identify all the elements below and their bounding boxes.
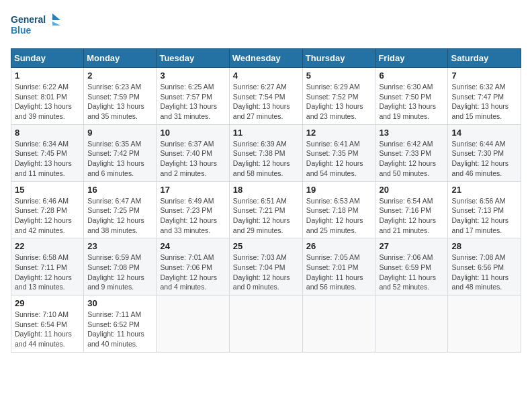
calendar-cell: 15Sunrise: 6:46 AMSunset: 7:28 PMDayligh…: [11, 181, 84, 238]
day-detail: Sunrise: 6:59 AMSunset: 7:08 PMDaylight:…: [87, 253, 152, 292]
day-number: 19: [306, 185, 372, 195]
day-detail: Sunrise: 7:03 AMSunset: 7:04 PMDaylight:…: [233, 253, 299, 292]
calendar-cell: 22Sunrise: 6:58 AMSunset: 7:11 PMDayligh…: [11, 238, 84, 295]
calendar-cell: 6Sunrise: 6:30 AMSunset: 7:50 PMDaylight…: [375, 68, 448, 125]
calendar-cell: 9Sunrise: 6:35 AMSunset: 7:42 PMDaylight…: [84, 124, 157, 181]
weekday-header-tuesday: Tuesday: [157, 49, 229, 68]
calendar-cell: [302, 295, 375, 353]
day-number: 12: [306, 128, 372, 138]
day-detail: Sunrise: 6:54 AMSunset: 7:16 PMDaylight:…: [379, 196, 444, 236]
day-detail: Sunrise: 6:37 AMSunset: 7:40 PMDaylight:…: [160, 139, 225, 179]
day-detail: Sunrise: 6:46 AMSunset: 7:28 PMDaylight:…: [15, 196, 80, 236]
calendar-cell: 21Sunrise: 6:56 AMSunset: 7:13 PMDayligh…: [448, 181, 521, 238]
day-number: 24: [160, 241, 225, 251]
day-number: 30: [87, 298, 152, 308]
calendar-cell: [157, 295, 229, 353]
page-header: General Blue: [11, 11, 521, 40]
day-number: 7: [451, 71, 517, 81]
day-number: 29: [15, 298, 80, 308]
day-detail: Sunrise: 7:01 AMSunset: 7:06 PMDaylight:…: [160, 253, 225, 292]
day-number: 25: [233, 241, 299, 251]
calendar-cell: 4Sunrise: 6:27 AMSunset: 7:54 PMDaylight…: [229, 68, 302, 125]
day-detail: Sunrise: 7:05 AMSunset: 7:01 PMDaylight:…: [306, 253, 372, 292]
day-detail: Sunrise: 7:10 AMSunset: 6:54 PMDaylight:…: [15, 310, 80, 349]
day-number: 22: [15, 241, 80, 251]
calendar-table: SundayMondayTuesdayWednesdayThursdayFrid…: [11, 48, 521, 353]
svg-marker-2: [52, 13, 60, 20]
svg-text:Blue: Blue: [11, 25, 32, 36]
day-number: 11: [233, 128, 299, 138]
calendar-cell: 17Sunrise: 6:49 AMSunset: 7:23 PMDayligh…: [157, 181, 229, 238]
calendar-cell: 14Sunrise: 6:44 AMSunset: 7:30 PMDayligh…: [448, 124, 521, 181]
calendar-cell: 10Sunrise: 6:37 AMSunset: 7:40 PMDayligh…: [157, 124, 229, 181]
day-number: 15: [15, 185, 80, 195]
day-detail: Sunrise: 6:35 AMSunset: 7:42 PMDaylight:…: [87, 139, 152, 179]
day-detail: Sunrise: 6:39 AMSunset: 7:38 PMDaylight:…: [233, 139, 299, 179]
calendar-cell: 19Sunrise: 6:53 AMSunset: 7:18 PMDayligh…: [302, 181, 375, 238]
day-number: 3: [160, 71, 225, 81]
weekday-header-row: SundayMondayTuesdayWednesdayThursdayFrid…: [11, 49, 521, 68]
day-detail: Sunrise: 7:08 AMSunset: 6:56 PMDaylight:…: [451, 253, 517, 292]
day-number: 2: [87, 71, 152, 81]
calendar-cell: [229, 295, 302, 353]
day-number: 14: [451, 128, 517, 138]
weekday-header-monday: Monday: [84, 49, 157, 68]
calendar-cell: 27Sunrise: 7:06 AMSunset: 6:59 PMDayligh…: [375, 238, 448, 295]
weekday-header-wednesday: Wednesday: [229, 49, 302, 68]
calendar-cell: 23Sunrise: 6:59 AMSunset: 7:08 PMDayligh…: [84, 238, 157, 295]
day-detail: Sunrise: 6:58 AMSunset: 7:11 PMDaylight:…: [15, 253, 80, 292]
day-number: 1: [15, 71, 80, 81]
day-detail: Sunrise: 7:11 AMSunset: 6:52 PMDaylight:…: [87, 310, 152, 349]
logo: General Blue: [11, 11, 64, 40]
logo-svg: General Blue: [11, 11, 64, 40]
calendar-cell: 8Sunrise: 6:34 AMSunset: 7:45 PMDaylight…: [11, 124, 84, 181]
calendar-cell: 2Sunrise: 6:23 AMSunset: 7:59 PMDaylight…: [84, 68, 157, 125]
calendar-cell: 1Sunrise: 6:22 AMSunset: 8:01 PMDaylight…: [11, 68, 84, 125]
day-detail: Sunrise: 7:06 AMSunset: 6:59 PMDaylight:…: [379, 253, 444, 292]
day-detail: Sunrise: 6:41 AMSunset: 7:35 PMDaylight:…: [306, 139, 372, 179]
calendar-header: SundayMondayTuesdayWednesdayThursdayFrid…: [11, 49, 521, 68]
day-number: 13: [379, 128, 444, 138]
calendar-cell: 13Sunrise: 6:42 AMSunset: 7:33 PMDayligh…: [375, 124, 448, 181]
calendar-cell: 12Sunrise: 6:41 AMSunset: 7:35 PMDayligh…: [302, 124, 375, 181]
calendar-cell: 16Sunrise: 6:47 AMSunset: 7:25 PMDayligh…: [84, 181, 157, 238]
calendar-cell: 24Sunrise: 7:01 AMSunset: 7:06 PMDayligh…: [157, 238, 229, 295]
day-number: 5: [306, 71, 372, 81]
day-number: 21: [451, 185, 517, 195]
calendar-week-5: 29Sunrise: 7:10 AMSunset: 6:54 PMDayligh…: [11, 295, 521, 353]
calendar-cell: 3Sunrise: 6:25 AMSunset: 7:57 PMDaylight…: [157, 68, 229, 125]
calendar-week-3: 15Sunrise: 6:46 AMSunset: 7:28 PMDayligh…: [11, 181, 521, 238]
calendar-cell: 18Sunrise: 6:51 AMSunset: 7:21 PMDayligh…: [229, 181, 302, 238]
calendar-week-4: 22Sunrise: 6:58 AMSunset: 7:11 PMDayligh…: [11, 238, 521, 295]
calendar-cell: [448, 295, 521, 353]
day-detail: Sunrise: 6:23 AMSunset: 7:59 PMDaylight:…: [87, 82, 152, 122]
calendar-cell: 7Sunrise: 6:32 AMSunset: 7:47 PMDaylight…: [448, 68, 521, 125]
day-detail: Sunrise: 6:25 AMSunset: 7:57 PMDaylight:…: [160, 82, 225, 122]
day-detail: Sunrise: 6:29 AMSunset: 7:52 PMDaylight:…: [306, 82, 372, 122]
calendar-body: 1Sunrise: 6:22 AMSunset: 8:01 PMDaylight…: [11, 68, 521, 353]
day-detail: Sunrise: 6:44 AMSunset: 7:30 PMDaylight:…: [451, 139, 517, 179]
svg-marker-3: [52, 21, 60, 26]
calendar-cell: [375, 295, 448, 353]
calendar-cell: 28Sunrise: 7:08 AMSunset: 6:56 PMDayligh…: [448, 238, 521, 295]
day-detail: Sunrise: 6:42 AMSunset: 7:33 PMDaylight:…: [379, 139, 444, 179]
day-number: 26: [306, 241, 372, 251]
day-detail: Sunrise: 6:22 AMSunset: 8:01 PMDaylight:…: [15, 82, 80, 122]
weekday-header-saturday: Saturday: [448, 49, 521, 68]
day-number: 17: [160, 185, 225, 195]
day-detail: Sunrise: 6:27 AMSunset: 7:54 PMDaylight:…: [233, 82, 299, 122]
day-number: 28: [451, 241, 517, 251]
day-number: 6: [379, 71, 444, 81]
calendar-cell: 26Sunrise: 7:05 AMSunset: 7:01 PMDayligh…: [302, 238, 375, 295]
day-detail: Sunrise: 6:56 AMSunset: 7:13 PMDaylight:…: [451, 196, 517, 236]
day-number: 4: [233, 71, 299, 81]
weekday-header-thursday: Thursday: [302, 49, 375, 68]
calendar-cell: 29Sunrise: 7:10 AMSunset: 6:54 PMDayligh…: [11, 295, 84, 353]
day-number: 27: [379, 241, 444, 251]
day-number: 20: [379, 185, 444, 195]
day-detail: Sunrise: 6:51 AMSunset: 7:21 PMDaylight:…: [233, 196, 299, 236]
day-number: 23: [87, 241, 152, 251]
calendar-cell: 11Sunrise: 6:39 AMSunset: 7:38 PMDayligh…: [229, 124, 302, 181]
weekday-header-friday: Friday: [375, 49, 448, 68]
calendar-cell: 5Sunrise: 6:29 AMSunset: 7:52 PMDaylight…: [302, 68, 375, 125]
